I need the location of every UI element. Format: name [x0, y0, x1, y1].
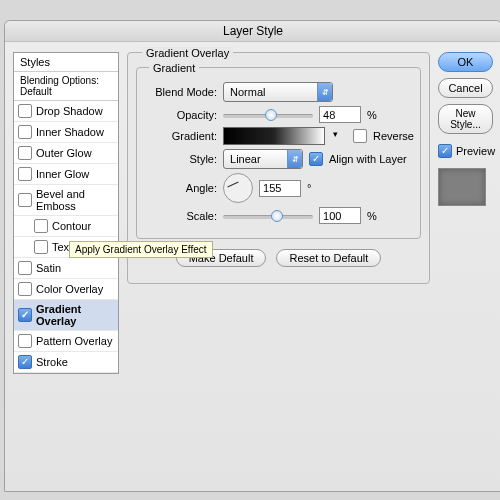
styles-header[interactable]: Styles: [14, 53, 118, 72]
blending-options-row[interactable]: Blending Options: Default: [14, 72, 118, 101]
right-buttons: OK Cancel New Style... Preview: [438, 52, 493, 374]
styles-panel: Styles Blending Options: Default Drop Sh…: [13, 52, 119, 374]
inner-group-title: Gradient: [149, 62, 199, 74]
style-checkbox[interactable]: [18, 167, 32, 181]
style-item-inner-shadow[interactable]: Inner Shadow: [14, 122, 118, 143]
new-style-button[interactable]: New Style...: [438, 104, 493, 134]
style-label: Outer Glow: [36, 147, 92, 159]
style-checkbox[interactable]: [18, 355, 32, 369]
style-label: Stroke: [36, 356, 68, 368]
angle-label: Angle:: [143, 182, 217, 194]
style-label: Color Overlay: [36, 283, 103, 295]
degree-label: °: [307, 182, 311, 194]
percent-label: %: [367, 210, 377, 222]
style-item-drop-shadow[interactable]: Drop Shadow: [14, 101, 118, 122]
settings-panel: Gradient Overlay Gradient Blend Mode: No…: [127, 52, 430, 374]
chevron-updown-icon: ⇵: [317, 83, 332, 101]
align-checkbox[interactable]: [309, 152, 323, 166]
style-checkbox[interactable]: [34, 219, 48, 233]
chevron-updown-icon: ⇵: [287, 150, 302, 168]
preview-swatch: [438, 168, 486, 206]
scale-label: Scale:: [143, 210, 217, 222]
style-checkbox[interactable]: [18, 146, 32, 160]
style-item-contour[interactable]: Contour: [14, 216, 118, 237]
reset-default-button[interactable]: Reset to Default: [276, 249, 381, 267]
scale-slider[interactable]: [223, 209, 313, 223]
style-checkbox[interactable]: [18, 282, 32, 296]
style-item-satin[interactable]: Satin: [14, 258, 118, 279]
style-checkbox[interactable]: [34, 240, 48, 254]
style-label: Drop Shadow: [36, 105, 103, 117]
align-label: Align with Layer: [329, 153, 407, 165]
preview-checkbox[interactable]: [438, 144, 452, 158]
gradient-label: Gradient:: [143, 130, 217, 142]
angle-input[interactable]: [259, 180, 301, 197]
blend-mode-label: Blend Mode:: [143, 86, 217, 98]
group-title: Gradient Overlay: [142, 47, 233, 59]
style-label: Satin: [36, 262, 61, 274]
style-checkbox[interactable]: [18, 261, 32, 275]
style-item-outer-glow[interactable]: Outer Glow: [14, 143, 118, 164]
style-checkbox[interactable]: [18, 193, 32, 207]
style-item-gradient-overlay[interactable]: Gradient Overlay: [14, 300, 118, 331]
style-label: Pattern Overlay: [36, 335, 112, 347]
style-label: Inner Shadow: [36, 126, 104, 138]
reverse-checkbox[interactable]: [353, 129, 367, 143]
style-label: Style:: [143, 153, 217, 165]
style-label: Bevel and Emboss: [36, 188, 114, 212]
reverse-label: Reverse: [373, 130, 414, 142]
style-checkbox[interactable]: [18, 125, 32, 139]
tooltip: Apply Gradient Overlay Effect: [69, 241, 213, 258]
style-checkbox[interactable]: [18, 334, 32, 348]
style-item-color-overlay[interactable]: Color Overlay: [14, 279, 118, 300]
scale-input[interactable]: [319, 207, 361, 224]
opacity-slider[interactable]: [223, 108, 313, 122]
style-label: Gradient Overlay: [36, 303, 114, 327]
gradient-picker[interactable]: [223, 127, 325, 145]
ok-button[interactable]: OK: [438, 52, 493, 72]
style-checkbox[interactable]: [18, 308, 32, 322]
style-item-bevel-and-emboss[interactable]: Bevel and Emboss: [14, 185, 118, 216]
style-item-pattern-overlay[interactable]: Pattern Overlay: [14, 331, 118, 352]
window-title: Layer Style: [223, 24, 283, 38]
blend-mode-select[interactable]: Normal ⇵: [223, 82, 333, 102]
cancel-button[interactable]: Cancel: [438, 78, 493, 98]
style-label: Contour: [52, 220, 91, 232]
opacity-label: Opacity:: [143, 109, 217, 121]
title-bar: Layer Style: [5, 21, 500, 42]
opacity-input[interactable]: [319, 106, 361, 123]
style-item-inner-glow[interactable]: Inner Glow: [14, 164, 118, 185]
angle-dial[interactable]: [223, 173, 253, 203]
style-checkbox[interactable]: [18, 104, 32, 118]
preview-label: Preview: [456, 145, 495, 157]
style-item-stroke[interactable]: Stroke: [14, 352, 118, 373]
percent-label: %: [367, 109, 377, 121]
style-label: Inner Glow: [36, 168, 89, 180]
layer-style-dialog: Layer Style Styles Blending Options: Def…: [4, 20, 500, 492]
style-select[interactable]: Linear ⇵: [223, 149, 303, 169]
